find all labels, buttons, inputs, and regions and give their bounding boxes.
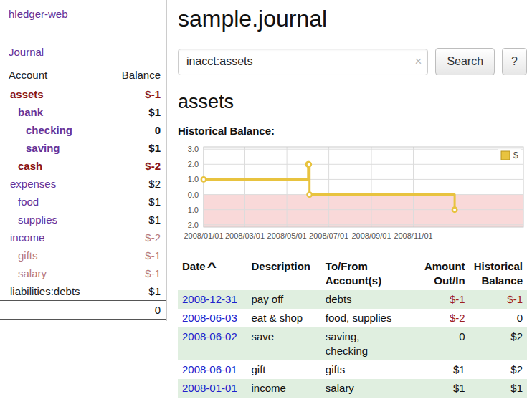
account-balance: $-2 bbox=[103, 229, 166, 246]
data-point-marker bbox=[452, 208, 457, 212]
register-header-row: Date^ Description To/From Account(s) Amo… bbox=[178, 257, 527, 290]
account-link[interactable]: gifts bbox=[18, 249, 38, 262]
account-row: gifts$-1 bbox=[0, 246, 166, 264]
account-link[interactable]: assets bbox=[10, 88, 44, 100]
register-description: income bbox=[247, 379, 320, 398]
y-tick-label: -2.0 bbox=[185, 221, 199, 229]
register-amount: $-2 bbox=[415, 309, 470, 327]
register-amount: 0 bbox=[415, 327, 470, 360]
account-link[interactable]: saving bbox=[26, 142, 60, 154]
negative-region-fill bbox=[204, 195, 523, 227]
chart-title: Historical Balance: bbox=[178, 125, 527, 137]
register-header-amount: Amount Out/In bbox=[415, 257, 470, 290]
account-balance: $-1 bbox=[103, 85, 166, 104]
chart-svg: 3.02.01.00.0-1.0-2.02008/01/012008/03/01… bbox=[178, 141, 531, 249]
account-balance: 0 bbox=[103, 121, 166, 139]
register-accounts: debts bbox=[321, 290, 415, 309]
register-balance: $-1 bbox=[470, 290, 527, 309]
register-body: 2008-12-31pay offdebts$-1$-12008-06-03ea… bbox=[178, 290, 527, 398]
register-amount: $1 bbox=[415, 360, 470, 379]
y-tick-label: 3.0 bbox=[188, 145, 199, 153]
account-balance: $1 bbox=[103, 282, 166, 301]
x-tick-label: 2008/11/01 bbox=[394, 231, 432, 240]
app-title-link[interactable]: hledger-web bbox=[0, 0, 166, 20]
register-description: eat & shop bbox=[247, 309, 320, 327]
account-link[interactable]: expenses bbox=[10, 178, 56, 190]
account-link[interactable]: liabilities:debts bbox=[10, 285, 80, 297]
register-header-date[interactable]: Date^ bbox=[178, 257, 247, 290]
transaction-date-link[interactable]: 2008-06-03 bbox=[182, 312, 237, 324]
historical-balance-chart: 3.02.01.00.0-1.0-2.02008/01/012008/03/01… bbox=[178, 141, 531, 249]
transaction-date-link[interactable]: 2008-01-01 bbox=[182, 382, 237, 394]
account-balance: $2 bbox=[103, 175, 166, 193]
register-accounts: saving, checking bbox=[321, 327, 415, 360]
account-row: liabilities:debts$1 bbox=[0, 282, 166, 301]
transaction-date-link[interactable]: 2008-12-31 bbox=[182, 293, 237, 305]
y-tick-label: 0.0 bbox=[188, 191, 199, 199]
register-date-cell: 2008-06-02 bbox=[178, 327, 247, 360]
account-balance: $-1 bbox=[103, 264, 166, 282]
account-link[interactable]: food bbox=[18, 196, 39, 208]
accounts-header-account: Account bbox=[0, 67, 103, 85]
register-row: 2008-06-02savesaving, checking0$2 bbox=[178, 327, 527, 360]
x-tick-label: 2008/07/01 bbox=[309, 231, 348, 240]
search-button[interactable]: Search bbox=[435, 48, 495, 75]
data-point-marker bbox=[307, 162, 311, 166]
account-row: supplies$1 bbox=[0, 211, 166, 229]
register-balance: 0 bbox=[470, 309, 527, 327]
register-amount: $-1 bbox=[415, 290, 470, 309]
register-balance: $2 bbox=[470, 360, 527, 379]
register-accounts: food, supplies bbox=[321, 309, 415, 327]
account-link[interactable]: cash bbox=[18, 160, 42, 172]
register-header-accounts: To/From Account(s) bbox=[321, 257, 415, 290]
x-tick-label: 2008/09/01 bbox=[351, 231, 391, 240]
transaction-date-link[interactable]: 2008-06-02 bbox=[182, 330, 237, 342]
account-balance: $1 bbox=[103, 211, 166, 229]
account-link[interactable]: checking bbox=[26, 124, 72, 136]
register-date-cell: 2008-06-03 bbox=[178, 309, 247, 327]
account-balance: $1 bbox=[103, 139, 166, 157]
account-balance: $-2 bbox=[103, 157, 166, 175]
register-date-cell: 2008-06-01 bbox=[178, 360, 247, 379]
y-tick-label: -1.0 bbox=[185, 206, 199, 214]
transaction-date-link[interactable]: 2008-06-01 bbox=[182, 363, 237, 375]
account-row: expenses$2 bbox=[0, 175, 166, 193]
account-link[interactable]: salary bbox=[18, 267, 47, 279]
main-content: sample.journal × Search ? assets Histori… bbox=[178, 0, 527, 398]
accounts-table: Account Balance assets$-1bank$1checking0… bbox=[0, 67, 166, 320]
account-link[interactable]: income bbox=[10, 231, 44, 244]
register-date-cell: 2008-01-01 bbox=[178, 379, 247, 398]
account-row: salary$-1 bbox=[0, 264, 166, 282]
search-input[interactable] bbox=[178, 49, 428, 75]
register-balance: $1 bbox=[470, 379, 527, 398]
account-balance: $1 bbox=[103, 103, 166, 121]
x-tick-label: 2008/05/01 bbox=[267, 231, 307, 240]
account-row: assets$-1 bbox=[0, 85, 166, 104]
y-tick-label: 1.0 bbox=[188, 175, 199, 183]
clear-search-icon[interactable]: × bbox=[414, 54, 422, 69]
register-balance: $2 bbox=[470, 327, 527, 360]
register-row: 2008-01-01incomesalary$1$1 bbox=[178, 379, 527, 398]
register-row: 2008-06-01giftgifts$1$2 bbox=[178, 360, 527, 379]
account-row: food$1 bbox=[0, 193, 166, 211]
x-tick-label: 2008/01/01 bbox=[184, 231, 223, 240]
sidebar-item-journal[interactable]: Journal bbox=[9, 46, 156, 58]
register-date-cell: 2008-12-31 bbox=[178, 290, 247, 309]
accounts-total-row: 0 bbox=[0, 301, 166, 320]
register-description: gift bbox=[247, 360, 320, 379]
account-heading: assets bbox=[178, 91, 527, 113]
account-row: income$-2 bbox=[0, 229, 166, 246]
register-accounts: gifts bbox=[321, 360, 415, 379]
account-balance: $1 bbox=[103, 193, 166, 211]
register-accounts: salary bbox=[321, 379, 415, 398]
account-link[interactable]: supplies bbox=[18, 214, 57, 226]
account-row: saving$1 bbox=[0, 139, 166, 157]
account-link[interactable]: bank bbox=[18, 106, 43, 118]
x-tick-label: 2008/03/01 bbox=[225, 231, 265, 240]
register-row: 2008-12-31pay offdebts$-1$-1 bbox=[178, 290, 527, 309]
register-description: save bbox=[247, 327, 320, 360]
register-header-description: Description bbox=[247, 257, 320, 290]
register-header-balance: Historical Balance bbox=[470, 257, 527, 290]
search-help-button[interactable]: ? bbox=[502, 48, 527, 75]
y-tick-label: 2.0 bbox=[188, 160, 199, 168]
